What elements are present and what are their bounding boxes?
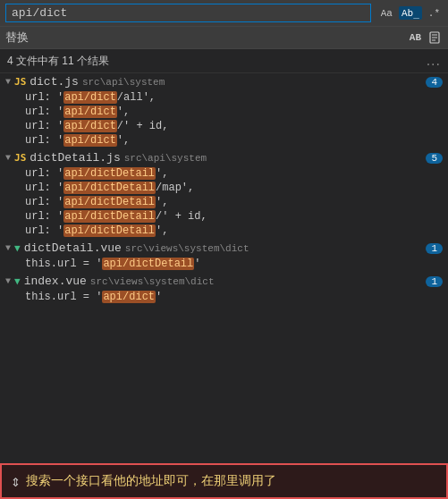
search-input[interactable] (12, 6, 365, 20)
match-line[interactable]: url: 'api/dictDetail', (0, 195, 448, 209)
file-name-dictdetail-js: dictDetail.js (30, 151, 120, 165)
chevron-down-icon: ▼ (5, 77, 11, 87)
results-more-button[interactable]: ... (427, 53, 441, 69)
match-line[interactable]: url: 'api/dictDetail/map', (0, 181, 448, 195)
main-container: Aa Ab̲ .* 替换 AB 4 文件中有 11 个结果 ... (0, 0, 448, 499)
file-name-dict-js: dict.js (30, 75, 79, 89)
file-path-dict-js: src\api\system (82, 77, 427, 88)
search-bar: Aa Ab̲ .* (0, 0, 448, 27)
chevron-down-icon: ▼ (5, 276, 11, 286)
move-icon: ⇕ (11, 471, 21, 491)
vue-icon: ▼ (14, 275, 21, 287)
match-word-button[interactable]: Ab̲ (399, 6, 422, 20)
file-path-dictdetail-js: src\api\system (124, 153, 427, 164)
match-line[interactable]: this.url = 'api/dictDetail' (0, 257, 448, 271)
chevron-down-icon: ▼ (5, 243, 11, 253)
chevron-down-icon: ▼ (5, 153, 11, 163)
replace-all-icon[interactable] (428, 30, 443, 45)
annotation-box: ⇕ 搜索一个接口看他的地址即可，在那里调用了 (0, 463, 448, 499)
match-line[interactable]: url: 'api/dictDetail', (0, 166, 448, 181)
file-group-dictdetail-vue: ▼ ▼ dictDetail.vue src\views\system\dict… (0, 240, 448, 271)
search-input-wrapper[interactable] (5, 4, 371, 22)
js-icon: JS (14, 152, 26, 164)
file-group-dictdetail-js: ▼ JS dictDetail.js src\api\system 5 url:… (0, 149, 448, 238)
file-header-index-vue[interactable]: ▼ ▼ index.vue src\views\system\dict 1 (0, 273, 448, 290)
file-count-index-vue: 1 (426, 276, 443, 287)
file-count-dictdetail-js: 5 (426, 153, 443, 164)
match-line[interactable]: url: 'api/dict', (0, 133, 448, 148)
file-header-dict-js[interactable]: ▼ JS dict.js src\api\system 4 (0, 73, 448, 90)
file-count-dict-js: 4 (426, 77, 443, 88)
file-name-dictdetail-vue: dictDetail.vue (24, 241, 122, 255)
replace-bar: 替换 AB (0, 27, 448, 49)
file-path-dictdetail-vue: src\views\system\dict (125, 243, 427, 254)
match-line[interactable]: url: 'api/dict', (0, 105, 448, 119)
match-line[interactable]: url: 'api/dict/all', (0, 90, 448, 105)
replace-ab-button[interactable]: AB (406, 31, 425, 44)
match-line[interactable]: url: 'api/dict/' + id, (0, 119, 448, 133)
annotation-text: 搜索一个接口看他的地址即可，在那里调用了 (26, 473, 276, 489)
vue-icon: ▼ (14, 242, 21, 254)
match-case-button[interactable]: Aa (378, 7, 395, 20)
match-line[interactable]: url: 'api/dictDetail/' + id, (0, 209, 448, 224)
file-group-index-vue: ▼ ▼ index.vue src\views\system\dict 1 th… (0, 273, 448, 304)
results-summary: 4 文件中有 11 个结果 ... (0, 49, 448, 73)
file-header-dictdetail-js[interactable]: ▼ JS dictDetail.js src\api\system 5 (0, 149, 448, 166)
results-list: ▼ JS dict.js src\api\system 4 url: 'api/… (0, 73, 448, 463)
file-name-index-vue: index.vue (24, 275, 87, 288)
replace-actions: AB (406, 30, 443, 45)
replace-label: 替换 (5, 30, 29, 46)
use-regex-button[interactable]: .* (426, 7, 443, 20)
file-path-index-vue: src\views\system\dict (90, 276, 427, 287)
match-line[interactable]: url: 'api/dictDetail', (0, 224, 448, 238)
file-header-dictdetail-vue[interactable]: ▼ ▼ dictDetail.vue src\views\system\dict… (0, 240, 448, 257)
search-icons: Aa Ab̲ .* (378, 6, 443, 20)
file-count-dictdetail-vue: 1 (426, 243, 443, 254)
match-line[interactable]: this.url = 'api/dict' (0, 290, 448, 304)
results-count: 4 文件中有 11 个结果 (7, 54, 109, 69)
file-group-dict-js: ▼ JS dict.js src\api\system 4 url: 'api/… (0, 73, 448, 148)
js-icon: JS (14, 76, 26, 88)
